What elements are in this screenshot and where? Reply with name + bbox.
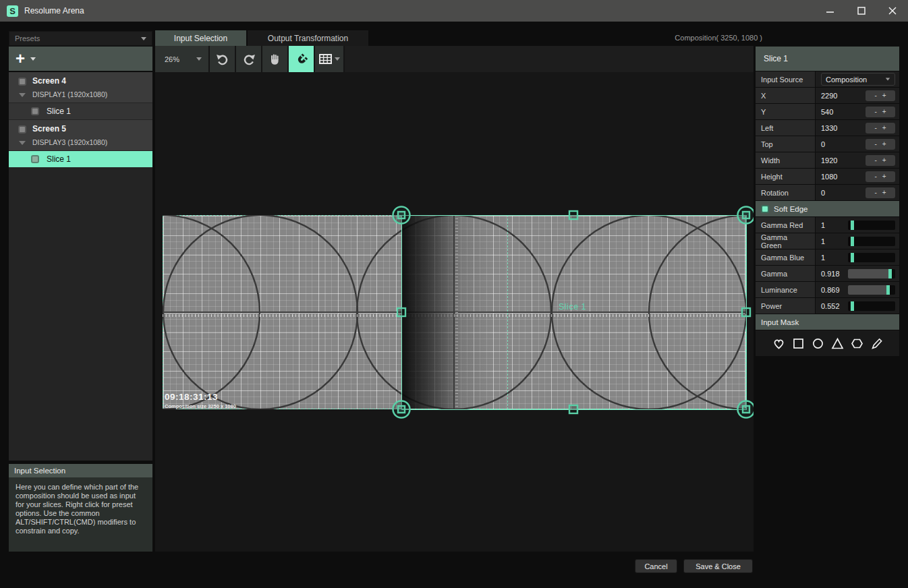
mask-heart-icon[interactable] — [772, 337, 785, 350]
tree-item-screen5-slice-1-selected[interactable]: Slice 1 — [9, 151, 152, 167]
input-source-dropdown[interactable]: Composition — [821, 73, 895, 86]
slider-thumb[interactable] — [851, 220, 854, 230]
hand-tool-button[interactable] — [262, 46, 289, 72]
edge-handle-left[interactable] — [397, 308, 405, 316]
plus-button[interactable]: + — [882, 140, 886, 148]
slider-thumb[interactable] — [851, 301, 854, 311]
help-panel-text: Here you can define which part of the co… — [9, 477, 152, 552]
save-and-close-button[interactable]: Save & Close — [683, 559, 753, 573]
height-value-field[interactable]: 1080 -+ — [816, 169, 899, 184]
soft-edge-checkbox[interactable] — [761, 205, 769, 213]
header-strip — [0, 22, 908, 30]
help-panel-header: Input Selection — [9, 464, 152, 477]
minus-button[interactable]: - — [874, 140, 876, 148]
composition-size-label: Composition( 3250, 1080 ) — [675, 34, 762, 42]
corner-handle-top-left[interactable] — [393, 207, 410, 224]
snap-magnet-icon — [291, 49, 310, 68]
display-name: DISPLAY3 (1920x1080) — [32, 138, 107, 146]
property-row-width: Width 1920 -+ — [756, 152, 899, 168]
minus-button[interactable]: - — [874, 92, 876, 99]
minus-button[interactable]: - — [874, 156, 876, 164]
redo-button[interactable] — [236, 46, 262, 72]
tree-item-screen-4[interactable]: Screen 4 DISPLAY1 (1920x1080) — [9, 72, 152, 102]
plus-button[interactable]: + — [882, 124, 886, 131]
edge-handle-top[interactable] — [569, 211, 577, 219]
expander-triangle-icon[interactable] — [19, 141, 26, 145]
tree-item-screen-5[interactable]: Screen 5 DISPLAY3 (1920x1080) — [9, 120, 152, 150]
tab-label: Input Selection — [174, 34, 227, 43]
property-row-power: Power 0.552 — [756, 298, 899, 314]
grid-options-button[interactable] — [315, 46, 345, 72]
tab-input-selection[interactable]: Input Selection — [155, 30, 246, 46]
close-button[interactable] — [877, 0, 908, 22]
property-row-gamma-green: Gamma Green 1 — [756, 233, 899, 249]
snap-magnet-button[interactable] — [289, 46, 315, 72]
maximize-button[interactable] — [846, 0, 877, 22]
plus-button[interactable]: + — [882, 156, 886, 164]
plus-button[interactable]: + — [882, 108, 886, 115]
width-value-field[interactable]: 1920 -+ — [816, 152, 899, 168]
slider-thumb[interactable] — [851, 237, 854, 246]
slider-thumb[interactable] — [851, 253, 854, 262]
maximize-icon — [858, 7, 865, 14]
power-slider[interactable] — [848, 301, 895, 311]
corner-handle-bottom-right[interactable] — [738, 401, 754, 418]
x-value-field[interactable]: 2290 -+ — [816, 88, 899, 103]
corner-handle-top-right[interactable] — [738, 207, 754, 224]
composition-size-caption: Composition size 3250 x 1080 — [165, 403, 236, 409]
chevron-down-icon — [196, 57, 202, 61]
property-row-top: Top 0 -+ — [756, 136, 899, 152]
gamma-slider[interactable] — [848, 269, 895, 278]
mask-ellipse-icon[interactable] — [812, 337, 824, 350]
minus-button[interactable]: - — [874, 173, 876, 180]
expander-triangle-icon[interactable] — [19, 93, 26, 97]
mask-polygon-icon[interactable] — [851, 337, 863, 350]
grid-options-icon — [319, 54, 332, 64]
luminance-slider[interactable] — [848, 285, 895, 295]
property-row-gamma-blue: Gamma Blue 1 — [756, 249, 899, 265]
plus-button[interactable]: + — [882, 173, 886, 180]
undo-button[interactable] — [210, 46, 236, 72]
screen-checkbox[interactable] — [18, 78, 26, 86]
plus-button[interactable]: + — [882, 92, 886, 99]
gamma-red-slider[interactable] — [848, 220, 895, 230]
rotation-value-field[interactable]: 0 -+ — [816, 185, 899, 200]
mask-rectangle-icon[interactable] — [792, 337, 805, 350]
zoom-level-dropdown[interactable]: 26% — [155, 46, 210, 72]
add-screen-button[interactable]: + — [9, 47, 152, 71]
mask-triangle-icon[interactable] — [831, 337, 844, 350]
left-stepper: -+ — [866, 123, 895, 134]
tab-label: Output Transformation — [268, 34, 348, 43]
slice-checkbox[interactable] — [31, 155, 39, 163]
slider-thumb[interactable] — [888, 269, 892, 278]
minus-button[interactable]: - — [874, 124, 876, 131]
cancel-button[interactable]: Cancel — [635, 559, 677, 573]
minus-button[interactable]: - — [874, 108, 876, 115]
gamma-blue-slider[interactable] — [848, 253, 895, 262]
input-mask-title: Input Mask — [761, 318, 799, 326]
edge-handle-right[interactable] — [742, 308, 750, 316]
plus-button[interactable]: + — [882, 189, 886, 196]
left-value-field[interactable]: 1330 -+ — [816, 120, 899, 136]
gamma-green-slider[interactable] — [848, 237, 895, 246]
minimize-button[interactable] — [815, 0, 846, 22]
slider-thumb[interactable] — [886, 285, 890, 295]
property-row-x: X 2290 -+ — [756, 88, 899, 103]
canvas-area[interactable]: Slice 1 09:18:31:13 Composition size 325… — [155, 72, 754, 552]
minus-button[interactable]: - — [874, 189, 876, 196]
y-value-field[interactable]: 540 -+ — [816, 104, 899, 119]
screen-checkbox[interactable] — [18, 125, 26, 134]
display-name: DISPLAY1 (1920x1080) — [32, 90, 107, 98]
corner-handle-bottom-left[interactable] — [393, 401, 410, 418]
hand-tool-icon — [269, 53, 281, 65]
edge-handle-bottom[interactable] — [569, 405, 577, 413]
tree-item-screen4-slice-1[interactable]: Slice 1 — [9, 103, 152, 119]
top-value-field[interactable]: 0 -+ — [816, 136, 899, 152]
tab-output-transformation[interactable]: Output Transformation — [248, 30, 368, 46]
slice-name: Slice 1 — [47, 107, 71, 116]
presets-dropdown[interactable]: Presets — [9, 31, 152, 46]
mask-pen-icon[interactable] — [870, 337, 883, 350]
y-stepper: -+ — [866, 107, 895, 117]
input-mask-shapes — [756, 330, 899, 356]
slice-checkbox[interactable] — [31, 107, 39, 115]
